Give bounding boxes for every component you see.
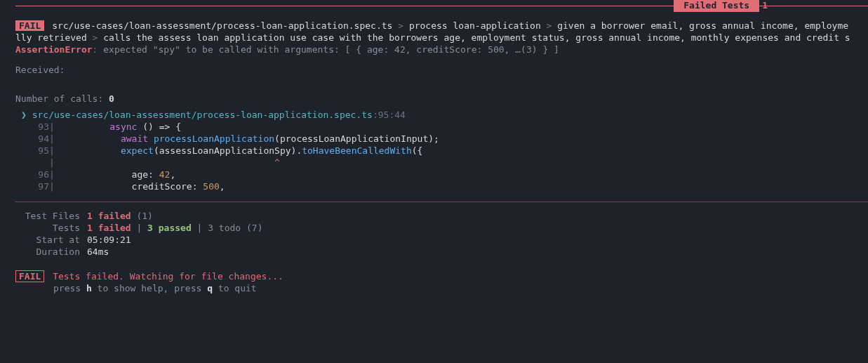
summary-tests: Tests1 failed | 3 passed | 3 todo (7)	[15, 223, 853, 235]
failed-tests-banner: Failed Tests 1	[0, 0, 868, 12]
code-line-96: 96| age: 42,	[15, 169, 853, 181]
fail-header-line-2: lly retrieved > calls the assess loan ap…	[15, 32, 853, 44]
watch-status: FAIL Tests failed. Watching for file cha…	[15, 271, 853, 283]
banner-count: 1	[762, 0, 768, 12]
watch-hint: press h to show help, press q to quit	[15, 283, 853, 295]
banner-label: Failed Tests	[674, 0, 759, 12]
number-of-calls: Number of calls: 0	[15, 93, 853, 105]
code-line-94: 94| await processLoanApplication(process…	[15, 133, 853, 145]
summary-start: Start at05:09:21	[15, 235, 853, 246]
fail-badge: FAIL	[15, 20, 44, 31]
summary-duration: Duration64ms	[15, 246, 853, 258]
code-line-97: 97| creditScore: 500,	[15, 181, 853, 193]
assertion-error: AssertionError: expected "spy" to be cal…	[15, 44, 853, 56]
code-line-95: 95| expect(assessLoanApplicationSpy).toH…	[15, 145, 853, 157]
fail-badge-outline: FAIL	[15, 270, 44, 282]
summary-test-files: Test Files1 failed (1)	[15, 211, 853, 223]
code-line-93: 93| async () => {	[15, 121, 853, 133]
code-caret: | ^	[15, 157, 853, 169]
stack-trace-location: ❯ src/use-cases/loan-assessment/process-…	[15, 110, 853, 121]
fail-header-line-1: FAIL src/use-cases/loan-assessment/proce…	[15, 20, 853, 32]
received-label: Received:	[15, 65, 853, 77]
